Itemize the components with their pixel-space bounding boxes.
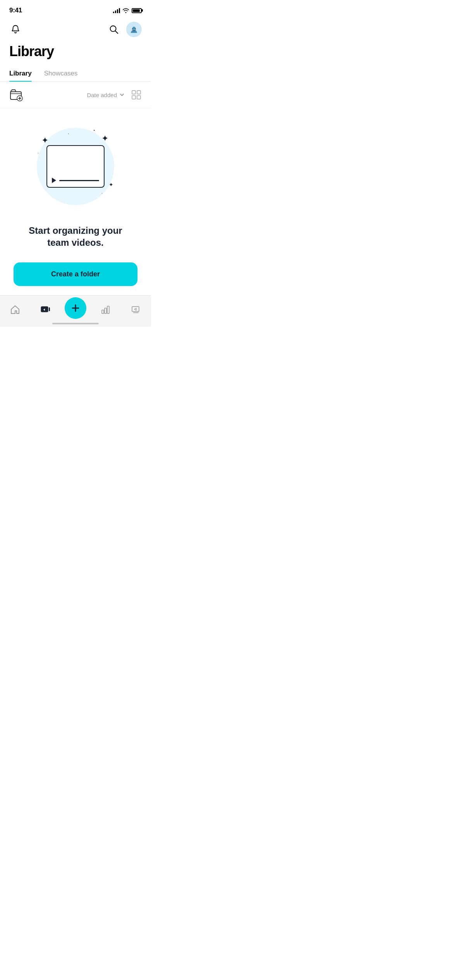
- sparkle-icon-5: ·: [38, 151, 39, 155]
- sort-button[interactable]: Date added: [87, 92, 125, 98]
- sparkle-icon-3: •: [94, 128, 95, 132]
- progress-bar: [59, 180, 99, 181]
- tab-showcases[interactable]: Showcases: [44, 66, 78, 81]
- sparkle-icon-7: ·: [101, 191, 103, 195]
- notification-button[interactable]: [9, 23, 22, 36]
- svg-line-1: [115, 31, 118, 34]
- toolbar: Date added: [0, 82, 151, 108]
- svg-rect-18: [102, 310, 104, 314]
- tab-bar: Library Showcases: [0, 66, 151, 82]
- home-indicator: [52, 323, 99, 324]
- status-icons: [113, 8, 142, 13]
- empty-state: ✦ · • ✦ · ✦ · Start organizing your team…: [0, 108, 151, 302]
- svg-rect-12: [132, 96, 136, 99]
- svg-rect-21: [132, 307, 139, 312]
- svg-rect-15: [49, 307, 50, 311]
- search-button[interactable]: [108, 23, 120, 36]
- svg-rect-19: [105, 308, 106, 314]
- stats-icon: [100, 304, 111, 315]
- illustration: ✦ · • ✦ · ✦ ·: [33, 124, 118, 209]
- video-placeholder: [46, 145, 105, 188]
- play-icon: [52, 178, 56, 183]
- nav-item-home[interactable]: [3, 304, 27, 315]
- svg-rect-13: [137, 96, 141, 99]
- svg-rect-11: [137, 91, 141, 94]
- svg-point-4: [132, 29, 133, 29]
- grid-view-button[interactable]: [131, 89, 142, 100]
- status-time: 9:41: [9, 7, 22, 14]
- page-title: Library: [0, 42, 151, 66]
- svg-point-5: [135, 29, 136, 29]
- toolbar-right: Date added: [87, 89, 142, 100]
- add-folder-button[interactable]: [9, 88, 23, 102]
- sparkle-icon-4: ✦: [101, 134, 108, 144]
- sparkle-icon-2: ·: [68, 131, 69, 136]
- svg-rect-20: [107, 306, 109, 314]
- empty-state-heading: Start organizing your team videos.: [29, 224, 122, 248]
- toolbar-left: [9, 88, 23, 102]
- nav-item-library[interactable]: [34, 304, 57, 315]
- avatar[interactable]: [126, 22, 142, 37]
- nav-item-watch[interactable]: [124, 304, 148, 315]
- bottom-nav: [0, 295, 151, 327]
- sparkle-icon-6: ✦: [109, 182, 113, 188]
- nav-item-stats[interactable]: [94, 304, 117, 315]
- wifi-icon: [122, 8, 129, 13]
- add-button[interactable]: [65, 297, 86, 319]
- watch-icon: [130, 304, 141, 315]
- signal-icon: [113, 8, 120, 13]
- sparkle-icon-1: ✦: [41, 135, 48, 146]
- battery-icon: [132, 8, 142, 13]
- header-right: [108, 22, 142, 37]
- nav-items: [0, 300, 151, 319]
- app-header: [0, 19, 151, 42]
- library-icon: [40, 304, 51, 315]
- svg-rect-10: [132, 91, 136, 94]
- status-bar: 9:41: [0, 0, 151, 19]
- create-folder-button[interactable]: Create a folder: [14, 262, 137, 286]
- tab-library[interactable]: Library: [9, 66, 32, 81]
- home-icon: [10, 304, 21, 315]
- svg-point-3: [132, 27, 136, 30]
- video-controls: [52, 178, 99, 183]
